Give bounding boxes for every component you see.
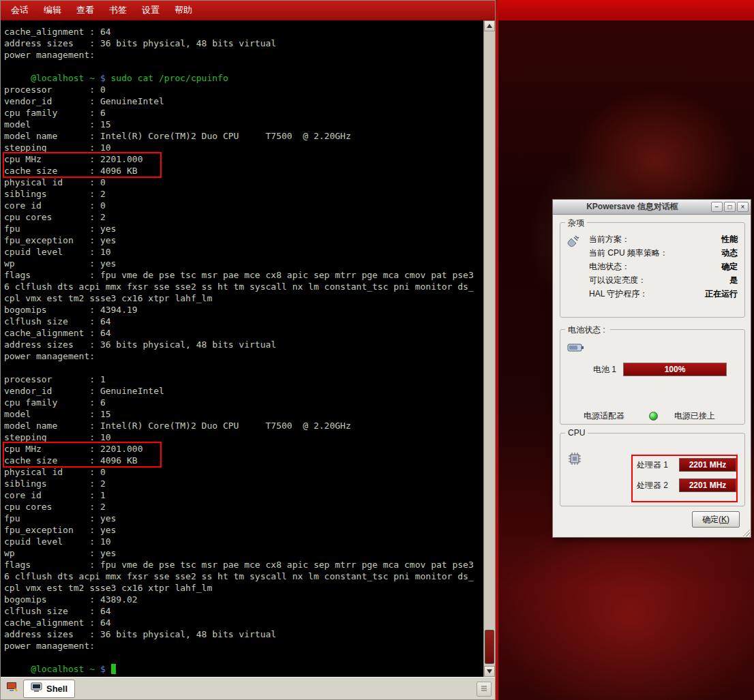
- cpu-row-processor-2: 处理器 22201 MHz: [637, 478, 736, 492]
- list-icon: [480, 683, 488, 695]
- annotation-highlight-box: cpu MHz : 2201.000cache size : 4096 KB: [4, 153, 160, 177]
- terminal-line: address sizes : 36 bits physical, 48 bit…: [4, 339, 483, 350]
- misc-rows: 当前方案：性能当前 CPU 频率策略：动态电池状态：确定可以设定亮度：是HAL …: [589, 232, 738, 301]
- terminal-line: @localhost ~ $: [4, 663, 483, 675]
- misc-label: 当前 CPU 频率策略：: [589, 247, 668, 259]
- terminal-line: vendor_id : GenuineIntel: [4, 95, 483, 107]
- terminal-line: core id : 1: [4, 489, 483, 501]
- terminal-line: bogomips : 4389.02: [4, 594, 483, 605]
- scrollbar-track[interactable]: [484, 31, 495, 666]
- misc-value: 性能: [721, 234, 738, 245]
- tab-shell[interactable]: Shell: [23, 680, 75, 698]
- terminal-line: cpl vmx est tm2 ssse3 cx16 xtpr lahf_lm: [4, 582, 483, 594]
- terminal-line: address sizes : 36 bits physical, 48 bit…: [4, 628, 483, 640]
- arrow-up-icon: [487, 24, 492, 28]
- battery-group: 电池状态 : 电池 1 100% 电源适配器 电源已接上: [560, 329, 745, 425]
- terminal-line: fpu : yes: [4, 223, 483, 234]
- scrollbar-thumb[interactable]: [485, 630, 494, 664]
- terminal-line: stepping : 10: [4, 142, 483, 153]
- tab-label: Shell: [46, 684, 67, 694]
- arrow-down-icon: [487, 669, 492, 673]
- terminal-line: core id : 0: [4, 200, 483, 211]
- misc-row-brightness-settable: 可以设定亮度：是: [589, 273, 738, 287]
- maximize-button[interactable]: □: [724, 202, 736, 212]
- terminal-line: cache size : 4096 KB: [4, 455, 160, 466]
- terminal-line: clflush size : 64: [4, 316, 483, 327]
- terminal-line: flags : fpu vme de pse tsc msr pae mce c…: [4, 269, 483, 281]
- terminal-line: cpu cores : 2: [4, 501, 483, 513]
- dialog-title: KPowersave 信息对话框: [555, 201, 710, 213]
- menu-item-view[interactable]: 查看: [69, 1, 102, 20]
- dialog-titlebar[interactable]: KPowersave 信息对话框 − □ ×: [553, 200, 751, 215]
- terminal-line: clflush size : 64: [4, 605, 483, 617]
- misc-value: 确定: [721, 261, 738, 273]
- misc-group-legend: 杂项: [565, 217, 587, 229]
- terminal-window: 会话编辑查看书签设置帮助 cache_alignment : 64address…: [0, 0, 496, 700]
- terminal-line: flags : fpu vme de pse tsc msr pae mce c…: [4, 559, 483, 570]
- close-button[interactable]: ×: [737, 202, 749, 212]
- battery-progress-bar: 100%: [623, 363, 727, 376]
- terminal-line: wp : yes: [4, 547, 483, 559]
- terminal-line: [4, 652, 483, 663]
- terminal-line: power management:: [4, 640, 483, 652]
- cpu-row-processor-1: 处理器 12201 MHz: [637, 458, 736, 472]
- misc-row-hal-daemon: HAL 守护程序：正在运行: [589, 287, 738, 301]
- misc-label: HAL 守护程序：: [589, 288, 648, 300]
- misc-value: 是: [729, 275, 738, 286]
- terminal-line: physical id : 0: [4, 466, 483, 478]
- menu-item-edit[interactable]: 编辑: [36, 1, 69, 20]
- battery-icon: [567, 342, 585, 355]
- desktop-wallpaper: KPowersave 信息对话框 − □ × 杂项 当前方案：性能当前 CPU …: [496, 0, 754, 700]
- misc-row-cpu-frequency-policy: 当前 CPU 频率策略：动态: [589, 246, 738, 260]
- processor-label: 处理器 1: [637, 459, 679, 471]
- terminal-line: cpu cores : 2: [4, 211, 483, 223]
- session-list-button[interactable]: [477, 682, 492, 697]
- terminal-line: address sizes : 36 bits physical, 48 bit…: [4, 37, 483, 49]
- cpu-frequency-bar: 2201 MHz: [679, 478, 736, 492]
- menu-bar: 会话编辑查看书签设置帮助: [1, 1, 495, 20]
- terminal-line: cache_alignment : 64: [4, 617, 483, 628]
- terminal-output[interactable]: cache_alignment : 64address sizes : 36 b…: [1, 20, 483, 677]
- misc-label: 当前方案：: [589, 234, 630, 245]
- ok-accelerator: K: [721, 515, 727, 524]
- terminal-line: physical id : 0: [4, 177, 483, 188]
- adapter-status: 电源已接上: [674, 410, 715, 422]
- adapter-label: 电源适配器: [584, 410, 624, 422]
- minimize-button[interactable]: −: [711, 202, 723, 212]
- battery-group-legend: 电池状态 :: [565, 324, 610, 336]
- terminal-line: processor : 0: [4, 84, 483, 95]
- adapter-row: 电源适配器 电源已接上: [584, 410, 715, 422]
- terminal-line: bogomips : 4394.19: [4, 304, 483, 316]
- terminal-area: cache_alignment : 64address sizes : 36 b…: [1, 20, 495, 677]
- cpu-frequency-value: 2201 MHz: [689, 481, 727, 490]
- terminal-line: fpu_exception : yes: [4, 234, 483, 246]
- new-session-button[interactable]: [3, 680, 21, 697]
- resize-grip[interactable]: [741, 528, 750, 536]
- terminal-line: cache_alignment : 64: [4, 26, 483, 37]
- menu-item-bookmarks[interactable]: 书签: [102, 1, 134, 20]
- terminal-line: 6 clflush dts acpi mmx fxsr sse sse2 ss …: [4, 570, 483, 582]
- misc-value: 动态: [721, 247, 738, 259]
- kpowersave-dialog: KPowersave 信息对话框 − □ × 杂项 当前方案：性能当前 CPU …: [552, 199, 751, 538]
- menu-item-settings[interactable]: 设置: [134, 1, 167, 20]
- terminal-line: wp : yes: [4, 258, 483, 269]
- processor-label: 处理器 2: [637, 480, 679, 491]
- scrollbar-down-button[interactable]: [484, 666, 495, 677]
- battery-row: 电池 1 100%: [593, 363, 727, 376]
- terminal-line: cpl vmx est tm2 ssse3 cx16 xtpr lahf_lm: [4, 292, 483, 304]
- ok-button[interactable]: 确定(K): [692, 511, 740, 528]
- terminal-scrollbar[interactable]: [483, 20, 495, 677]
- wallpaper-red-band: [496, 0, 754, 20]
- misc-label: 电池状态：: [589, 261, 630, 273]
- cpu-group-legend: CPU: [565, 428, 588, 438]
- tab-bar: Shell: [1, 677, 495, 699]
- scrollbar-up-button[interactable]: [484, 20, 495, 31]
- terminal-line: cpuid level : 10: [4, 246, 483, 258]
- terminal-line: cpu family : 6: [4, 397, 483, 408]
- cpu-chip-icon: [567, 451, 582, 468]
- terminal-monitor-icon: [31, 682, 42, 695]
- misc-group: 杂项 当前方案：性能当前 CPU 频率策略：动态电池状态：确定可以设定亮度：是H…: [560, 222, 745, 318]
- menu-item-help[interactable]: 帮助: [167, 1, 200, 20]
- new-terminal-icon: [5, 681, 19, 696]
- menu-item-session[interactable]: 会话: [3, 1, 36, 20]
